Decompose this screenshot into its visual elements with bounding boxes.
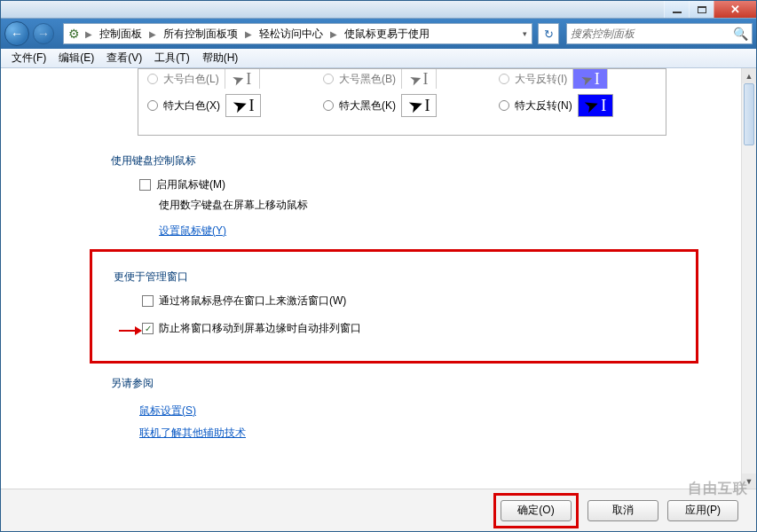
- checkbox-icon[interactable]: [139, 179, 151, 191]
- checkbox-row-hover[interactable]: 通过将鼠标悬停在窗口上来激活窗口(W): [142, 293, 696, 309]
- client-area: 大号白色(L) ➤I 大号黑色(B) ➤I 大号反转(I) ➤I: [1, 68, 756, 489]
- mouse-settings-link[interactable]: 鼠标设置(S): [139, 403, 196, 419]
- minimize-button[interactable]: [664, 1, 689, 18]
- titlebar[interactable]: ✕: [1, 1, 756, 19]
- cursor-option[interactable]: 特大白色(X) ➤I: [138, 89, 314, 122]
- cursor-option[interactable]: 特大反转(N) ➤I: [490, 89, 666, 122]
- scroll-up-button[interactable]: ▲: [742, 68, 756, 83]
- cursor-preview: ➤I: [401, 94, 437, 117]
- scroll-down-button[interactable]: ▼: [742, 473, 756, 489]
- menu-help[interactable]: 帮助(H): [197, 49, 244, 67]
- menu-file[interactable]: 文件(F): [6, 49, 51, 67]
- breadcrumb-sep-icon: ▶: [83, 29, 94, 39]
- dialog-button-bar: 确定(O) 取消 应用(P): [1, 489, 756, 531]
- checkbox-icon[interactable]: [142, 323, 154, 334]
- back-button[interactable]: ←: [4, 21, 29, 46]
- cursor-option[interactable]: 大号黑色(B) ➤I: [314, 69, 490, 89]
- cursor-option-label: 特大黑色(K): [339, 98, 396, 113]
- cancel-button[interactable]: 取消: [587, 500, 658, 521]
- cursor-option-label: 大号黑色(B): [339, 72, 396, 87]
- radio-icon[interactable]: [147, 100, 158, 111]
- ok-button[interactable]: 确定(O): [501, 500, 572, 521]
- checkbox-label: 防止将窗口移动到屏幕边缘时自动排列窗口: [159, 321, 361, 336]
- scroll-thumb[interactable]: [744, 83, 754, 145]
- menu-view[interactable]: 查看(V): [101, 49, 147, 67]
- refresh-icon: ↻: [544, 27, 554, 41]
- checkbox-row-mousekeys[interactable]: 启用鼠标键(M): [139, 177, 720, 192]
- cursor-option-label: 特大反转(N): [515, 98, 572, 113]
- back-arrow-icon: ←: [11, 27, 23, 41]
- breadcrumb-item[interactable]: 使鼠标更易于使用: [339, 24, 435, 43]
- search-input[interactable]: [571, 27, 733, 40]
- search-box[interactable]: 🔍: [566, 23, 753, 44]
- radio-icon[interactable]: [499, 74, 509, 84]
- checkbox-label: 启用鼠标键(M): [156, 177, 225, 192]
- breadcrumb-sep-icon: ▶: [243, 29, 254, 39]
- cursor-option[interactable]: 特大黑色(K) ➤I: [314, 89, 490, 122]
- annotation-arrow-icon: [119, 321, 142, 340]
- section-heading-keyboard: 使用键盘控制鼠标: [111, 153, 720, 168]
- close-button[interactable]: ✕: [714, 1, 756, 18]
- highlight-box: 更便于管理窗口 通过将鼠标悬停在窗口上来激活窗口(W) 防止将窗口移动到屏幕边缘…: [90, 249, 698, 364]
- cursor-preview: ➤I: [401, 69, 437, 89]
- apply-button[interactable]: 应用(P): [667, 500, 738, 521]
- menu-bar: 文件(F) 编辑(E) 查看(V) 工具(T) 帮助(H): [1, 49, 756, 68]
- menu-edit[interactable]: 编辑(E): [53, 49, 99, 67]
- cursor-preview: ➤I: [578, 94, 613, 117]
- cursor-preview: ➤I: [225, 94, 261, 117]
- checkbox-icon[interactable]: [142, 295, 154, 307]
- cursor-option-label: 大号反转(I): [515, 72, 567, 87]
- maximize-button[interactable]: [689, 1, 714, 18]
- content-pane: 大号白色(L) ➤I 大号黑色(B) ➤I 大号反转(I) ➤I: [1, 68, 741, 489]
- radio-icon[interactable]: [323, 74, 334, 84]
- breadcrumb-sep-icon: ▶: [328, 29, 339, 39]
- section-heading-seealso: 另请参阅: [111, 376, 720, 391]
- control-panel-icon: ⚙: [64, 27, 83, 41]
- maximize-icon: [698, 6, 706, 13]
- close-icon: ✕: [730, 4, 740, 15]
- forward-button[interactable]: →: [33, 23, 54, 44]
- cursor-option[interactable]: 大号反转(I) ➤I: [490, 69, 666, 89]
- vertical-scrollbar[interactable]: ▲ ▼: [741, 68, 756, 489]
- checkbox-label: 通过将鼠标悬停在窗口上来激活窗口(W): [159, 293, 346, 309]
- cursor-option-label: 大号白色(L): [163, 72, 219, 87]
- cursor-option-label: 特大白色(X): [163, 98, 220, 113]
- search-icon[interactable]: 🔍: [733, 27, 748, 41]
- other-assist-link[interactable]: 联机了解其他辅助技术: [139, 426, 246, 441]
- cursor-preview: ➤I: [225, 69, 260, 89]
- breadcrumb-item[interactable]: 控制面板: [94, 24, 147, 43]
- window-frame: ✕ ← → ⚙ ▶ 控制面板 ▶ 所有控制面板项 ▶ 轻松访问中心 ▶ 使鼠标更…: [0, 0, 757, 532]
- radio-icon[interactable]: [323, 100, 334, 111]
- highlight-box-ok: 确定(O): [493, 493, 579, 528]
- minimize-icon: [673, 12, 682, 13]
- radio-icon[interactable]: [147, 74, 158, 84]
- cursor-option[interactable]: 大号白色(L) ➤I: [138, 69, 314, 89]
- menu-tools[interactable]: 工具(T): [149, 49, 194, 67]
- breadcrumb-bar[interactable]: ⚙ ▶ 控制面板 ▶ 所有控制面板项 ▶ 轻松访问中心 ▶ 使鼠标更易于使用 ▾: [63, 23, 532, 44]
- breadcrumb-item[interactable]: 轻松访问中心: [254, 24, 328, 43]
- breadcrumb-dropdown-icon[interactable]: ▾: [517, 29, 532, 38]
- navigation-bar: ← → ⚙ ▶ 控制面板 ▶ 所有控制面板项 ▶ 轻松访问中心 ▶ 使鼠标更易于…: [1, 19, 756, 49]
- forward-arrow-icon: →: [37, 27, 50, 41]
- checkbox-row-prevent-arrange[interactable]: 防止将窗口移动到屏幕边缘时自动排列窗口: [142, 321, 696, 336]
- setup-mousekeys-link[interactable]: 设置鼠标键(Y): [159, 223, 226, 239]
- refresh-button[interactable]: ↻: [538, 23, 559, 44]
- mousekeys-description: 使用数字键盘在屏幕上移动鼠标: [159, 198, 720, 213]
- radio-icon[interactable]: [499, 100, 509, 111]
- breadcrumb-item[interactable]: 所有控制面板项: [158, 24, 243, 43]
- cursor-preview: ➤I: [572, 69, 608, 89]
- section-heading-windowmgmt: 更便于管理窗口: [114, 270, 696, 285]
- breadcrumb-sep-icon: ▶: [147, 29, 158, 39]
- cursor-scheme-group: 大号白色(L) ➤I 大号黑色(B) ➤I 大号反转(I) ➤I: [138, 68, 666, 136]
